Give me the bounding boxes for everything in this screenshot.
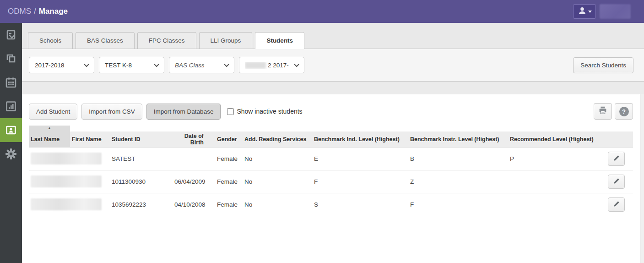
pencil-icon — [613, 177, 620, 186]
benchmark-ind-cell: F — [312, 170, 408, 193]
chevron-down-icon — [224, 62, 229, 69]
redacted-student-name — [31, 175, 102, 187]
benchmark-instr-cell: Z — [408, 170, 508, 193]
calendar-icon — [5, 77, 17, 88]
tab-bar: Schools BAS Classes FPC Classes LLI Grou… — [22, 23, 644, 49]
recommended-cell: P — [508, 147, 601, 170]
sidebar-item-calendar[interactable] — [0, 71, 22, 94]
help-icon: ? — [619, 107, 629, 116]
reading-services-cell: No — [243, 193, 312, 216]
student-id-cell: 1035692223 — [110, 193, 173, 216]
import-csv-button[interactable]: Import from CSV — [81, 104, 142, 120]
reports-chart-icon — [5, 100, 17, 112]
search-students-button[interactable]: Search Students — [573, 57, 633, 73]
chevron-down-icon — [84, 62, 89, 69]
print-icon — [598, 105, 608, 117]
student-id-cell: 1011300930 — [110, 170, 173, 193]
gender-cell: Female — [209, 147, 243, 170]
tab-schools[interactable]: Schools — [28, 32, 73, 49]
settings-gear-icon — [5, 148, 17, 160]
breadcrumb-app: ODMS — [8, 7, 31, 16]
school-value: TEST K-8 — [105, 62, 132, 69]
tab-fpc-classes[interactable]: FPC Classes — [137, 32, 196, 49]
chevron-down-icon — [294, 62, 299, 69]
redacted-name-cell — [29, 170, 110, 193]
class-type-value: BAS Class — [175, 62, 205, 69]
user-menu-button[interactable] — [573, 4, 596, 19]
tab-lli-groups[interactable]: LLI Groups — [199, 32, 253, 49]
column-header-last-name[interactable]: ▲ Last Name — [29, 132, 70, 147]
column-header-benchmark-instr[interactable]: Benchmark Instr. Level (Highest) — [408, 132, 508, 147]
chevron-down-icon — [154, 62, 159, 69]
students-panel: Add Student Import from CSV Import from … — [22, 94, 640, 263]
recommended-cell — [508, 193, 601, 216]
breadcrumb-separator: / — [34, 7, 36, 16]
students-table: ▲ Last Name First Name Student ID Date o… — [29, 132, 633, 216]
chevron-down-icon — [588, 11, 592, 13]
class-value-visible: 2 2017- — [268, 62, 289, 69]
class-type-select[interactable]: BAS Class — [169, 57, 234, 73]
main-area: Schools BAS Classes FPC Classes LLI Grou… — [22, 23, 644, 263]
sidebar-item-students[interactable] — [0, 118, 22, 142]
edit-student-button[interactable] — [608, 175, 625, 189]
column-header-first-name[interactable]: First Name — [70, 132, 110, 147]
reading-services-cell: No — [243, 170, 312, 193]
dob-cell — [173, 147, 209, 170]
school-year-select[interactable]: 2017-2018 — [29, 57, 94, 73]
pencil-icon — [613, 200, 620, 209]
sort-asc-icon: ▲ — [29, 126, 70, 130]
class-value: 2 2017- — [245, 62, 289, 69]
school-year-value: 2017-2018 — [35, 62, 65, 69]
print-button[interactable] — [594, 103, 612, 120]
odms-app: ODMS / Manage — [0, 0, 644, 263]
class-select[interactable]: 2 2017- — [239, 57, 304, 73]
column-header-benchmark-ind[interactable]: Benchmark Ind. Level (Highest) — [312, 132, 408, 147]
sidebar-item-assessments[interactable] — [0, 23, 22, 47]
pencil-icon — [613, 154, 620, 163]
gender-cell: Female — [209, 193, 243, 216]
recommended-cell — [508, 170, 601, 193]
school-select[interactable]: TEST K-8 — [99, 57, 164, 73]
column-header-actions — [601, 132, 633, 147]
dob-cell: 04/10/2008 — [173, 193, 209, 216]
actions-cell — [601, 147, 633, 170]
show-inactive-label: Show inactive students — [237, 108, 302, 115]
show-inactive-checkbox[interactable] — [227, 108, 234, 115]
sidebar-item-reports[interactable] — [0, 94, 22, 118]
section-gap — [22, 82, 644, 94]
students-contact-card-icon — [5, 124, 17, 136]
tab-students[interactable]: Students — [255, 32, 304, 49]
gender-cell: Female — [209, 170, 243, 193]
benchmark-ind-cell: S — [312, 193, 408, 216]
sidebar-nav — [0, 23, 22, 263]
students-table-wrap: ▲ Last Name First Name Student ID Date o… — [22, 132, 640, 216]
help-button[interactable]: ? — [615, 103, 633, 120]
sidebar-item-classes[interactable] — [0, 47, 22, 71]
redacted-class-name — [245, 62, 266, 69]
assessment-checklist-icon — [5, 29, 17, 41]
edit-student-button[interactable] — [608, 152, 625, 166]
benchmark-ind-cell: E — [312, 147, 408, 170]
filter-bar: 2017-2018 TEST K-8 BAS Class 2 2017- Sea… — [22, 49, 644, 82]
column-header-dob[interactable]: Date of Birth — [173, 132, 209, 147]
top-bar: ODMS / Manage — [0, 0, 644, 23]
benchmark-instr-cell: B — [408, 147, 508, 170]
column-header-student-id[interactable]: Student ID — [110, 132, 173, 147]
table-row: 1035692223 04/10/2008 Female No S F — [29, 193, 633, 216]
add-student-button[interactable]: Add Student — [29, 104, 77, 120]
column-header-recommended[interactable]: Recommended Level (Highest) — [508, 132, 601, 147]
reading-services-cell: No — [243, 147, 312, 170]
breadcrumb-page: Manage — [39, 7, 68, 16]
column-header-gender[interactable]: Gender — [209, 132, 243, 147]
column-header-reading-services[interactable]: Add. Reading Services — [243, 132, 312, 147]
user-icon — [578, 6, 587, 17]
students-toolbar: Add Student Import from CSV Import from … — [22, 94, 640, 124]
import-database-button[interactable]: Import from Database — [146, 104, 221, 120]
tab-bas-classes[interactable]: BAS Classes — [76, 32, 135, 49]
redacted-student-name — [31, 153, 102, 164]
edit-student-button[interactable] — [608, 197, 625, 212]
actions-cell — [601, 170, 633, 193]
redacted-name-cell — [29, 193, 110, 216]
sidebar-item-settings[interactable] — [0, 142, 22, 166]
show-inactive-toggle[interactable]: Show inactive students — [227, 108, 302, 115]
